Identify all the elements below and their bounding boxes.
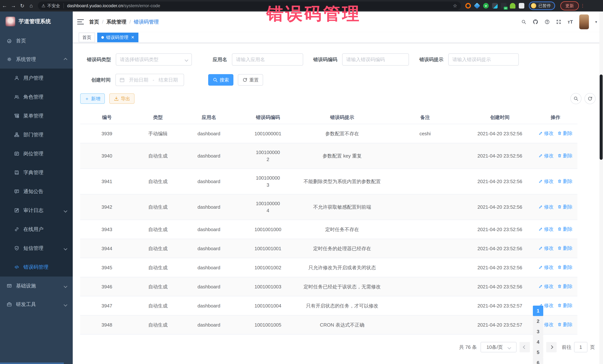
date-range-picker[interactable]: 开始日期 - 结束日期 xyxy=(116,74,184,86)
forward-icon[interactable]: → xyxy=(9,3,18,9)
sidebar-item-label: 菜单管理 xyxy=(23,112,43,119)
page-button-4[interactable]: 4 xyxy=(533,337,543,347)
row-memo xyxy=(384,224,466,235)
delete-link[interactable]: 删除 xyxy=(557,226,573,232)
sidebar-item-dict[interactable]: 字典管理 xyxy=(0,163,73,182)
delete-link[interactable]: 删除 xyxy=(557,245,573,252)
delete-link[interactable]: 删除 xyxy=(557,203,573,210)
sidebar-item-tree[interactable]: 部门管理 xyxy=(0,125,73,144)
sidebar-item-log[interactable]: 审计日志 xyxy=(0,201,73,220)
tab-error-code[interactable]: 错误码管理 ✕ xyxy=(97,33,139,42)
extension-puzzle-icon[interactable] xyxy=(519,3,524,9)
error-msg-input[interactable] xyxy=(448,53,519,66)
goto-page-input[interactable] xyxy=(574,342,587,352)
sidebar-item-tool[interactable]: 研发工具 xyxy=(0,295,73,314)
hamburger-icon[interactable] xyxy=(77,19,84,24)
extension-grid-icon[interactable] xyxy=(492,3,498,9)
export-button[interactable]: 导出 xyxy=(109,93,135,104)
reload-icon[interactable]: ↻ xyxy=(18,3,27,9)
back-icon[interactable]: ← xyxy=(0,3,9,9)
tab-close-icon[interactable]: ✕ xyxy=(131,35,134,40)
delete-link[interactable]: 删除 xyxy=(557,130,573,137)
sidebar-item-label: 用户管理 xyxy=(23,75,43,81)
fullscreen-icon[interactable] xyxy=(556,19,561,24)
app-name-input[interactable] xyxy=(232,53,303,66)
browser-menu-icon[interactable]: ⋮ xyxy=(580,3,585,8)
reset-button[interactable]: 重置 xyxy=(238,74,263,86)
tab-home[interactable]: 首页 xyxy=(79,33,95,42)
extension-v-icon[interactable]: v xyxy=(483,3,489,9)
home-icon[interactable]: ⌂ xyxy=(27,3,36,9)
breadcrumb: 首页 / 系统管理 / 错误码管理 xyxy=(89,19,159,25)
bookmark-star-icon[interactable]: ☆ xyxy=(453,3,457,9)
sidebar-item-dashboard[interactable]: 首页 xyxy=(0,32,73,50)
row-actions: 修改删除 xyxy=(533,198,577,217)
edit-link[interactable]: 修改 xyxy=(538,245,554,252)
sidebar-item-gear[interactable]: 系统管理 xyxy=(0,50,73,69)
extension-key-icon[interactable] xyxy=(510,3,515,9)
breadcrumb-home[interactable]: 首页 xyxy=(89,19,99,25)
active-dot-icon xyxy=(101,36,104,39)
column-header: 类型 xyxy=(134,111,182,124)
edit-link[interactable]: 修改 xyxy=(538,178,554,185)
page-button-6[interactable]: 6 xyxy=(533,357,543,364)
edit-link[interactable]: 修改 xyxy=(538,226,554,232)
edit-link[interactable]: 修改 xyxy=(538,203,554,210)
scrollbar-thumb[interactable] xyxy=(600,75,603,160)
page-button-3[interactable]: 3 xyxy=(533,326,543,337)
sidebar-logo[interactable]: 芋道管理系统 xyxy=(0,11,73,32)
breadcrumb-system[interactable]: 系统管理 xyxy=(106,19,127,25)
row-app: dashboard xyxy=(182,124,236,143)
delete-link[interactable]: 删除 xyxy=(557,178,573,185)
address-bar[interactable]: ⚠ 不安全 dashboard.yudao.iocoder.cn /system… xyxy=(38,1,461,10)
row-id: 3942 xyxy=(80,198,134,216)
error-code-input[interactable] xyxy=(342,53,409,66)
search-icon[interactable] xyxy=(521,19,526,24)
sidebar-item-sms[interactable]: 短信管理 xyxy=(0,239,73,258)
sidebar-item-online[interactable]: 在线用户 xyxy=(0,220,73,239)
refresh-table-button[interactable] xyxy=(584,93,596,104)
page-button-1[interactable]: 1 xyxy=(533,306,543,316)
edit-link[interactable]: 修改 xyxy=(538,264,554,271)
sidebar-item-user[interactable]: 用户管理 xyxy=(0,69,73,88)
avatar[interactable] xyxy=(579,14,589,29)
delete-link[interactable]: 删除 xyxy=(557,283,573,290)
browser-update-button[interactable]: 更新 xyxy=(560,1,579,10)
delete-link[interactable]: 删除 xyxy=(557,321,573,328)
dict-icon xyxy=(13,170,20,175)
sidebar-item-message[interactable]: 通知公告 xyxy=(0,182,73,201)
edit-link[interactable]: 修改 xyxy=(538,283,554,290)
sidebar-item-post[interactable]: 岗位管理 xyxy=(0,144,73,163)
extension-orange-icon[interactable] xyxy=(465,3,471,9)
delete-link[interactable]: 删除 xyxy=(557,152,573,159)
sidebar-item-infra[interactable]: 基础设施 xyxy=(0,276,73,295)
prev-page-button[interactable] xyxy=(520,342,530,352)
row-code: 1001001004 xyxy=(236,297,300,315)
extension-gem-icon[interactable] xyxy=(474,3,480,9)
github-icon[interactable] xyxy=(533,19,538,25)
sidebar-item-tree-table[interactable]: 菜单管理 xyxy=(0,106,73,125)
delete-link[interactable]: 删除 xyxy=(557,264,573,271)
next-page-button[interactable] xyxy=(546,342,557,352)
delete-link[interactable]: 删除 xyxy=(557,302,573,309)
avatar-caret-icon[interactable]: ▾ xyxy=(595,20,597,24)
sidebar-item-peoples[interactable]: 角色管理 xyxy=(0,88,73,106)
dashboard-icon xyxy=(6,38,13,43)
security-chip[interactable]: ⚠ 不安全 xyxy=(42,3,60,9)
browser-profile-chip[interactable]: 已暂停 xyxy=(529,1,555,10)
edit-icon xyxy=(538,179,543,184)
edit-link[interactable]: 修改 xyxy=(538,130,554,137)
edit-link[interactable]: 修改 xyxy=(538,152,554,159)
sidebar-item-code[interactable]: 错误码管理 xyxy=(0,258,73,276)
error-type-select[interactable] xyxy=(116,53,192,66)
extension-on-badge-icon[interactable]: on xyxy=(501,3,507,9)
add-button[interactable]: ＋ 新增 xyxy=(80,93,105,104)
page-button-5[interactable]: 5 xyxy=(533,347,543,357)
help-icon[interactable] xyxy=(545,19,550,24)
scrollbar[interactable] xyxy=(599,11,603,364)
search-button[interactable]: 搜索 xyxy=(208,74,233,86)
page-size-select[interactable]: 10条/页 xyxy=(481,342,517,352)
font-size-icon[interactable]: ᴛT xyxy=(568,19,573,25)
page-button-2[interactable]: 2 xyxy=(533,316,543,326)
toggle-search-button[interactable] xyxy=(570,93,581,104)
